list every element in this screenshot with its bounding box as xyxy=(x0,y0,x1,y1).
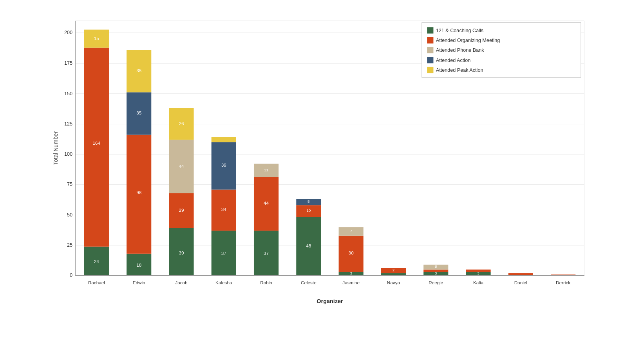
svg-text:4: 4 xyxy=(435,264,437,268)
svg-rect-67 xyxy=(381,273,406,275)
svg-text:37: 37 xyxy=(264,251,269,256)
svg-text:164: 164 xyxy=(93,140,101,145)
svg-rect-44 xyxy=(212,137,236,142)
svg-text:121 & Coaching Calls: 121 & Coaching Calls xyxy=(436,27,483,33)
bar-kalesha: 37 34 39 4 xyxy=(212,131,236,275)
svg-text:Attended Action: Attended Action xyxy=(436,57,470,63)
bar-jasmine: 3 30 7 xyxy=(339,227,364,276)
svg-text:Robin: Robin xyxy=(260,280,272,285)
svg-text:Jacob: Jacob xyxy=(175,280,188,285)
svg-text:44: 44 xyxy=(179,163,184,168)
svg-text:35: 35 xyxy=(136,110,142,115)
svg-text:Daniel: Daniel xyxy=(514,280,527,285)
x-axis-title: Organizer xyxy=(317,298,343,304)
svg-text:10: 10 xyxy=(306,208,311,213)
chart-container: 0 25 50 75 100 125 150 175 200 Total Num… xyxy=(13,9,631,331)
svg-text:100: 100 xyxy=(64,151,72,156)
bar-daniel xyxy=(508,273,533,275)
svg-text:15: 15 xyxy=(94,35,99,40)
svg-rect-104 xyxy=(427,57,433,63)
svg-text:35: 35 xyxy=(136,67,142,73)
svg-text:7: 7 xyxy=(350,228,352,233)
svg-rect-98 xyxy=(427,27,433,33)
svg-text:Navya: Navya xyxy=(387,280,400,285)
svg-text:34: 34 xyxy=(221,206,227,211)
main-chart: 0 25 50 75 100 125 150 175 200 Total Num… xyxy=(40,17,620,307)
svg-text:2: 2 xyxy=(478,264,479,268)
svg-text:Reegie: Reegie xyxy=(429,280,443,285)
bar-rachael: 24 164 15 xyxy=(84,29,109,275)
svg-text:4: 4 xyxy=(223,131,225,136)
svg-rect-20 xyxy=(84,47,109,246)
svg-text:Attended Peak Action: Attended Peak Action xyxy=(436,67,483,73)
svg-text:0: 0 xyxy=(70,273,72,278)
svg-text:75: 75 xyxy=(67,182,72,187)
svg-text:150: 150 xyxy=(64,91,72,96)
svg-rect-81 xyxy=(508,273,533,275)
svg-text:Attended Organizing Meeting: Attended Organizing Meeting xyxy=(436,38,500,43)
svg-text:Kalia: Kalia xyxy=(473,280,484,285)
svg-text:Attended Phone Bank: Attended Phone Bank xyxy=(436,47,485,53)
svg-rect-102 xyxy=(427,47,433,53)
svg-text:24: 24 xyxy=(94,259,99,264)
svg-text:11: 11 xyxy=(264,167,269,172)
svg-text:Kalesha: Kalesha xyxy=(215,280,232,285)
svg-text:125: 125 xyxy=(64,121,72,127)
bar-robin: 37 44 11 xyxy=(254,164,279,275)
svg-text:Celeste: Celeste xyxy=(301,280,317,285)
svg-text:Edwin: Edwin xyxy=(133,280,145,285)
bar-edwin: 18 98 35 35 xyxy=(127,50,151,276)
svg-text:3: 3 xyxy=(478,271,479,275)
bar-celeste: 48 10 5 xyxy=(296,199,321,275)
svg-text:200: 200 xyxy=(64,30,72,35)
bar-reegie: 3 2 4 xyxy=(423,264,448,276)
svg-text:Derrick: Derrick xyxy=(556,280,570,285)
svg-text:39: 39 xyxy=(179,250,184,255)
svg-text:Jasmine: Jasmine xyxy=(342,280,360,285)
svg-text:Rachael: Rachael xyxy=(88,280,105,285)
svg-rect-100 xyxy=(427,37,433,43)
svg-text:37: 37 xyxy=(221,251,226,256)
y-axis-title: Total Number xyxy=(52,131,59,165)
svg-text:50: 50 xyxy=(67,212,72,218)
svg-text:44: 44 xyxy=(264,200,269,205)
svg-text:3: 3 xyxy=(435,271,437,275)
svg-text:25: 25 xyxy=(67,242,72,247)
bar-jacob: 39 29 44 26 xyxy=(169,108,194,275)
svg-rect-106 xyxy=(427,67,433,73)
y-axis-labels: 0 25 50 75 100 125 150 175 200 xyxy=(64,30,72,278)
svg-text:30: 30 xyxy=(349,250,354,255)
svg-text:4: 4 xyxy=(393,263,394,267)
svg-text:29: 29 xyxy=(179,207,184,213)
svg-text:39: 39 xyxy=(221,162,226,167)
svg-text:2: 2 xyxy=(393,268,394,272)
svg-text:5: 5 xyxy=(308,199,310,203)
svg-text:175: 175 xyxy=(64,60,72,65)
svg-text:18: 18 xyxy=(136,262,142,267)
svg-text:98: 98 xyxy=(136,190,142,195)
svg-text:48: 48 xyxy=(306,243,311,248)
svg-text:26: 26 xyxy=(179,121,184,126)
x-axis-labels: Rachael Edwin Jacob Kalesha Robin Celest… xyxy=(88,280,570,285)
svg-text:3: 3 xyxy=(350,271,352,275)
